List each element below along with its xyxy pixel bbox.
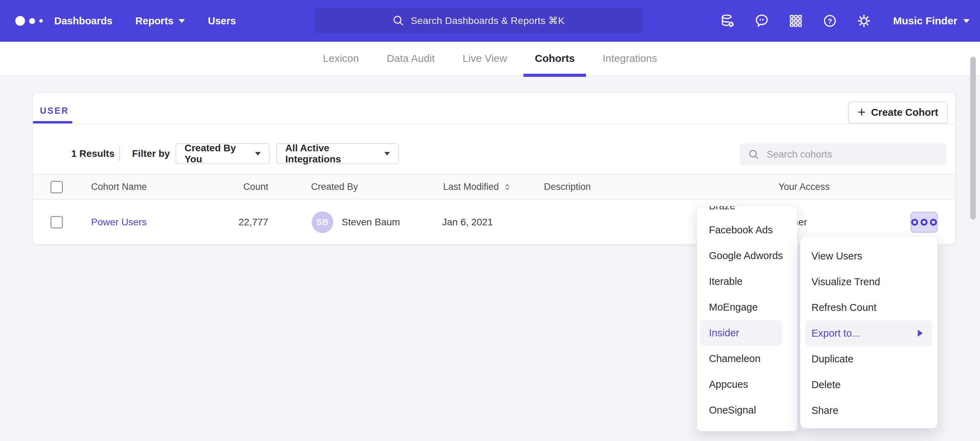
row-checkbox-cell <box>50 216 63 228</box>
tab-live-view[interactable]: Live View <box>463 42 507 75</box>
divider <box>119 146 120 161</box>
page: Dashboards Reports Users Search Dashboar… <box>0 0 980 441</box>
secondary-tabs: Lexicon Data Audit Live View Cohorts Int… <box>323 42 657 75</box>
tab-data-audit[interactable]: Data Audit <box>387 42 435 75</box>
select-all-checkbox-cell <box>50 174 63 199</box>
nav-reports[interactable]: Reports <box>135 15 185 27</box>
menu-item-delete[interactable]: Delete <box>800 372 937 398</box>
more-dots-icon <box>930 219 937 226</box>
tab-cohorts[interactable]: Cohorts <box>535 42 575 75</box>
cohorts-panel: USER + Create Cohort 1 Results Filter by… <box>33 93 955 244</box>
sort-icon <box>503 183 512 191</box>
search-icon <box>392 14 404 27</box>
menu-item-appcues[interactable]: Appcues <box>697 371 797 397</box>
created-by-filter-dropdown[interactable]: Created By You <box>175 143 270 164</box>
active-tab-underline <box>523 74 586 77</box>
apps-grid-icon[interactable] <box>788 13 803 29</box>
more-dots-icon <box>911 219 918 226</box>
integrations-filter-value: All Active Integrations <box>285 142 377 165</box>
nav-users[interactable]: Users <box>208 15 236 27</box>
menu-item-view-users[interactable]: View Users <box>800 243 937 269</box>
chevron-down-icon <box>384 152 390 155</box>
menu-item-braze-label: Braze <box>709 206 797 212</box>
create-cohort-button[interactable]: + Create Cohort <box>848 102 948 123</box>
menu-item-share[interactable]: Share <box>800 398 937 423</box>
menu-item-google-adwords[interactable]: Google Adwords <box>697 243 797 268</box>
navbar-right-group: ? Music Finder <box>720 0 970 42</box>
menu-item-visualize-trend[interactable]: Visualize Trend <box>800 269 937 295</box>
menu-item-chameleon[interactable]: Chameleon <box>697 346 797 371</box>
logo-dot-large <box>15 16 25 26</box>
menu-item-onesignal[interactable]: OneSignal <box>697 397 797 423</box>
submenu-arrow-icon <box>918 330 923 337</box>
mixpanel-logo-icon[interactable] <box>15 0 43 42</box>
chevron-down-icon <box>255 152 261 155</box>
menu-item-duplicate[interactable]: Duplicate <box>800 346 937 372</box>
created-by-name: Steven Baum <box>342 217 400 228</box>
chevron-down-icon <box>179 19 185 23</box>
col-cohort-name[interactable]: Cohort Name <box>91 174 147 199</box>
row-checkbox[interactable] <box>50 216 63 228</box>
plus-icon: + <box>858 105 865 118</box>
last-modified-cell: Jan 6, 2021 <box>442 217 493 228</box>
row-actions-menu: View Users Visualize Trend Refresh Count… <box>800 236 938 428</box>
col-last-modified[interactable]: Last Modified <box>443 174 512 199</box>
nav-dashboards-label: Dashboards <box>54 15 113 27</box>
settings-gear-icon[interactable] <box>856 13 872 29</box>
avatar: SB <box>312 211 333 233</box>
user-tab-underline <box>33 121 72 123</box>
col-description[interactable]: Description <box>544 174 591 199</box>
help-icon[interactable]: ? <box>822 13 837 29</box>
tab-user-cohorts[interactable]: USER <box>40 106 69 116</box>
row-more-actions-button[interactable] <box>910 212 938 233</box>
nav-dashboards[interactable]: Dashboards <box>54 15 113 27</box>
menu-item-facebook-ads[interactable]: Facebook Ads <box>697 217 797 243</box>
global-search-placeholder: Search Dashboards & Reports ⌘K <box>411 15 565 26</box>
tab-cohorts-label: Cohorts <box>535 53 575 64</box>
col-created-by[interactable]: Created By <box>311 174 358 199</box>
create-cohort-label: Create Cohort <box>871 107 938 118</box>
nav-users-label: Users <box>208 15 236 27</box>
top-navbar: Dashboards Reports Users Search Dashboar… <box>0 0 980 42</box>
menu-item-refresh-count[interactable]: Refresh Count <box>800 295 937 320</box>
menu-item-export-to[interactable]: Export to... <box>805 320 932 346</box>
chevron-down-icon <box>963 19 970 23</box>
results-count: 1 Results <box>71 143 115 164</box>
menu-scrollbar-thumb[interactable] <box>970 57 976 219</box>
data-management-icon[interactable] <box>720 13 735 29</box>
divider <box>33 123 955 124</box>
tab-integrations[interactable]: Integrations <box>603 42 657 75</box>
cohort-name-link[interactable]: Power Users <box>91 217 146 228</box>
menu-item-braze-clipped[interactable]: Braze <box>697 206 797 212</box>
svg-text:?: ? <box>828 17 832 25</box>
created-by-filter-value: Created By You <box>185 142 247 165</box>
export-destinations-menu: Braze Facebook Ads Google Adwords Iterab… <box>697 206 797 431</box>
tab-lexicon[interactable]: Lexicon <box>323 42 359 75</box>
menu-item-export-to-label: Export to... <box>811 328 860 339</box>
menu-item-iterable[interactable]: Iterable <box>697 268 797 294</box>
logo-dot-small <box>39 19 43 22</box>
global-search-input[interactable]: Search Dashboards & Reports ⌘K <box>315 8 642 34</box>
table-header: Cohort Name Count Created By Last Modifi… <box>33 174 955 200</box>
menu-item-insider[interactable]: Insider <box>700 320 782 346</box>
project-name: Music Finder <box>893 15 958 27</box>
cohort-search-input[interactable] <box>740 143 947 166</box>
col-your-access[interactable]: Your Access <box>778 174 830 199</box>
integrations-filter-dropdown[interactable]: All Active Integrations <box>276 143 399 164</box>
search-icon <box>748 149 760 160</box>
col-last-modified-label: Last Modified <box>443 182 499 192</box>
created-by-cell: SB Steven Baum <box>312 211 400 233</box>
filter-by-label: Filter by <box>132 143 170 164</box>
select-all-checkbox[interactable] <box>50 181 63 193</box>
nav-reports-label: Reports <box>135 15 174 27</box>
logo-dot-medium <box>29 18 35 24</box>
col-count[interactable]: Count <box>200 174 268 199</box>
more-dots-icon <box>921 219 928 226</box>
project-switcher[interactable]: Music Finder <box>893 15 970 27</box>
cohort-search <box>740 143 947 166</box>
secondary-nav: Lexicon Data Audit Live View Cohorts Int… <box>0 42 980 76</box>
primary-nav: Dashboards Reports Users <box>54 0 236 42</box>
cohort-count: 22,777 <box>200 217 268 228</box>
messages-icon[interactable] <box>754 13 769 29</box>
menu-item-moengage[interactable]: MoEngage <box>697 294 797 320</box>
